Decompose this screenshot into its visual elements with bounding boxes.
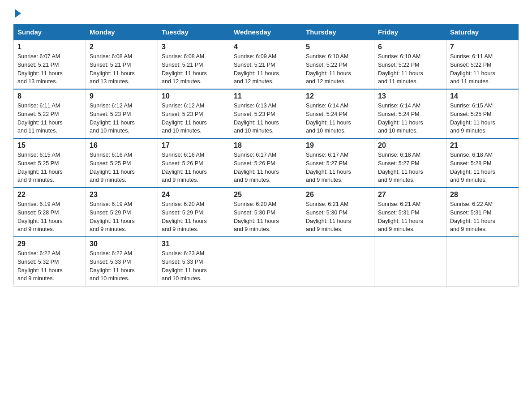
calendar-cell: 21 Sunrise: 6:18 AM Sunset: 5:28 PM Dayl… bbox=[446, 138, 519, 188]
calendar-cell: 11 Sunrise: 6:13 AM Sunset: 5:23 PM Dayl… bbox=[230, 89, 302, 138]
day-info: Sunrise: 6:19 AM Sunset: 5:29 PM Dayligh… bbox=[90, 200, 154, 234]
day-number: 10 bbox=[162, 92, 226, 100]
day-number: 11 bbox=[234, 92, 298, 100]
day-info: Sunrise: 6:21 AM Sunset: 5:30 PM Dayligh… bbox=[306, 200, 370, 234]
day-info: Sunrise: 6:21 AM Sunset: 5:31 PM Dayligh… bbox=[378, 200, 442, 234]
day-number: 3 bbox=[162, 43, 226, 51]
day-info: Sunrise: 6:10 AM Sunset: 5:22 PM Dayligh… bbox=[378, 52, 442, 86]
day-info: Sunrise: 6:09 AM Sunset: 5:21 PM Dayligh… bbox=[234, 52, 298, 86]
day-number: 18 bbox=[234, 141, 298, 150]
calendar-cell: 5 Sunrise: 6:10 AM Sunset: 5:22 PM Dayli… bbox=[302, 40, 374, 89]
day-number: 19 bbox=[306, 141, 370, 150]
calendar-cell: 10 Sunrise: 6:12 AM Sunset: 5:23 PM Dayl… bbox=[158, 89, 230, 138]
header-monday: Monday bbox=[86, 25, 158, 40]
calendar-cell bbox=[230, 237, 302, 286]
day-info: Sunrise: 6:12 AM Sunset: 5:23 PM Dayligh… bbox=[90, 102, 154, 135]
day-info: Sunrise: 6:08 AM Sunset: 5:21 PM Dayligh… bbox=[162, 52, 226, 86]
calendar-cell: 29 Sunrise: 6:22 AM Sunset: 5:32 PM Dayl… bbox=[14, 237, 86, 286]
day-info: Sunrise: 6:18 AM Sunset: 5:28 PM Dayligh… bbox=[450, 151, 515, 184]
day-info: Sunrise: 6:20 AM Sunset: 5:29 PM Dayligh… bbox=[162, 200, 226, 234]
day-info: Sunrise: 6:13 AM Sunset: 5:23 PM Dayligh… bbox=[234, 102, 298, 135]
calendar-cell: 19 Sunrise: 6:17 AM Sunset: 5:27 PM Dayl… bbox=[302, 138, 374, 188]
day-number: 31 bbox=[162, 240, 226, 248]
logo bbox=[13, 9, 22, 16]
day-number: 6 bbox=[378, 43, 442, 51]
day-info: Sunrise: 6:14 AM Sunset: 5:24 PM Dayligh… bbox=[378, 102, 442, 135]
day-info: Sunrise: 6:10 AM Sunset: 5:22 PM Dayligh… bbox=[306, 52, 370, 86]
day-info: Sunrise: 6:15 AM Sunset: 5:25 PM Dayligh… bbox=[17, 151, 82, 184]
calendar-cell: 20 Sunrise: 6:18 AM Sunset: 5:27 PM Dayl… bbox=[374, 138, 446, 188]
calendar-table: SundayMondayTuesdayWednesdayThursdayFrid… bbox=[13, 24, 519, 287]
header-tuesday: Tuesday bbox=[158, 25, 230, 40]
day-number: 16 bbox=[90, 141, 154, 150]
day-number: 5 bbox=[306, 43, 370, 51]
day-info: Sunrise: 6:19 AM Sunset: 5:28 PM Dayligh… bbox=[17, 200, 82, 234]
calendar-cell bbox=[374, 237, 446, 286]
day-info: Sunrise: 6:14 AM Sunset: 5:24 PM Dayligh… bbox=[306, 102, 370, 135]
header-saturday: Saturday bbox=[446, 25, 519, 40]
calendar-cell: 8 Sunrise: 6:11 AM Sunset: 5:22 PM Dayli… bbox=[14, 89, 86, 138]
calendar-cell: 17 Sunrise: 6:16 AM Sunset: 5:26 PM Dayl… bbox=[158, 138, 230, 188]
day-number: 27 bbox=[378, 191, 442, 199]
day-number: 4 bbox=[234, 43, 298, 51]
day-info: Sunrise: 6:07 AM Sunset: 5:21 PM Dayligh… bbox=[17, 52, 82, 86]
week-row-5: 29 Sunrise: 6:22 AM Sunset: 5:32 PM Dayl… bbox=[14, 237, 519, 286]
day-info: Sunrise: 6:16 AM Sunset: 5:25 PM Dayligh… bbox=[90, 151, 154, 184]
header-thursday: Thursday bbox=[302, 25, 374, 40]
calendar-cell: 7 Sunrise: 6:11 AM Sunset: 5:22 PM Dayli… bbox=[446, 40, 519, 89]
day-number: 23 bbox=[90, 191, 154, 199]
day-number: 8 bbox=[17, 92, 82, 100]
day-number: 2 bbox=[90, 43, 154, 51]
calendar-cell: 15 Sunrise: 6:15 AM Sunset: 5:25 PM Dayl… bbox=[14, 138, 86, 188]
day-number: 14 bbox=[450, 92, 515, 100]
day-info: Sunrise: 6:17 AM Sunset: 5:27 PM Dayligh… bbox=[306, 151, 370, 184]
day-number: 25 bbox=[234, 191, 298, 199]
calendar-cell: 12 Sunrise: 6:14 AM Sunset: 5:24 PM Dayl… bbox=[302, 89, 374, 138]
day-info: Sunrise: 6:11 AM Sunset: 5:22 PM Dayligh… bbox=[450, 52, 515, 86]
calendar-cell: 9 Sunrise: 6:12 AM Sunset: 5:23 PM Dayli… bbox=[86, 89, 158, 138]
day-number: 22 bbox=[17, 191, 82, 199]
calendar-cell bbox=[302, 237, 374, 286]
calendar-cell: 13 Sunrise: 6:14 AM Sunset: 5:24 PM Dayl… bbox=[374, 89, 446, 138]
day-number: 30 bbox=[90, 240, 154, 248]
week-row-2: 8 Sunrise: 6:11 AM Sunset: 5:22 PM Dayli… bbox=[14, 89, 519, 138]
header-sunday: Sunday bbox=[14, 25, 86, 40]
day-number: 13 bbox=[378, 92, 442, 100]
calendar-cell: 22 Sunrise: 6:19 AM Sunset: 5:28 PM Dayl… bbox=[14, 188, 86, 237]
day-info: Sunrise: 6:11 AM Sunset: 5:22 PM Dayligh… bbox=[17, 102, 82, 135]
calendar-cell: 26 Sunrise: 6:21 AM Sunset: 5:30 PM Dayl… bbox=[302, 188, 374, 237]
calendar-cell: 28 Sunrise: 6:22 AM Sunset: 5:31 PM Dayl… bbox=[446, 188, 519, 237]
day-info: Sunrise: 6:22 AM Sunset: 5:33 PM Dayligh… bbox=[90, 249, 154, 283]
week-row-3: 15 Sunrise: 6:15 AM Sunset: 5:25 PM Dayl… bbox=[14, 138, 519, 188]
day-info: Sunrise: 6:12 AM Sunset: 5:23 PM Dayligh… bbox=[162, 102, 226, 135]
day-number: 21 bbox=[450, 141, 515, 150]
calendar-cell: 24 Sunrise: 6:20 AM Sunset: 5:29 PM Dayl… bbox=[158, 188, 230, 237]
calendar-header-row: SundayMondayTuesdayWednesdayThursdayFrid… bbox=[14, 25, 519, 40]
logo-arrow-icon bbox=[15, 9, 21, 18]
day-info: Sunrise: 6:16 AM Sunset: 5:26 PM Dayligh… bbox=[162, 151, 226, 184]
day-number: 28 bbox=[450, 191, 515, 199]
day-number: 7 bbox=[450, 43, 515, 51]
day-number: 17 bbox=[162, 141, 226, 150]
day-info: Sunrise: 6:17 AM Sunset: 5:26 PM Dayligh… bbox=[234, 151, 298, 184]
day-number: 26 bbox=[306, 191, 370, 199]
calendar-cell: 3 Sunrise: 6:08 AM Sunset: 5:21 PM Dayli… bbox=[158, 40, 230, 89]
calendar-cell: 31 Sunrise: 6:23 AM Sunset: 5:33 PM Dayl… bbox=[158, 237, 230, 286]
day-info: Sunrise: 6:20 AM Sunset: 5:30 PM Dayligh… bbox=[234, 200, 298, 234]
page-header bbox=[13, 9, 519, 16]
calendar-cell: 18 Sunrise: 6:17 AM Sunset: 5:26 PM Dayl… bbox=[230, 138, 302, 188]
calendar-cell: 16 Sunrise: 6:16 AM Sunset: 5:25 PM Dayl… bbox=[86, 138, 158, 188]
day-number: 29 bbox=[17, 240, 82, 248]
calendar-cell: 2 Sunrise: 6:08 AM Sunset: 5:21 PM Dayli… bbox=[86, 40, 158, 89]
day-number: 9 bbox=[90, 92, 154, 100]
calendar-cell: 14 Sunrise: 6:15 AM Sunset: 5:25 PM Dayl… bbox=[446, 89, 519, 138]
calendar-cell: 6 Sunrise: 6:10 AM Sunset: 5:22 PM Dayli… bbox=[374, 40, 446, 89]
calendar-cell bbox=[446, 237, 519, 286]
day-number: 24 bbox=[162, 191, 226, 199]
day-number: 1 bbox=[17, 43, 82, 51]
day-info: Sunrise: 6:22 AM Sunset: 5:31 PM Dayligh… bbox=[450, 200, 515, 234]
calendar-cell: 30 Sunrise: 6:22 AM Sunset: 5:33 PM Dayl… bbox=[86, 237, 158, 286]
week-row-1: 1 Sunrise: 6:07 AM Sunset: 5:21 PM Dayli… bbox=[14, 40, 519, 89]
calendar-cell: 25 Sunrise: 6:20 AM Sunset: 5:30 PM Dayl… bbox=[230, 188, 302, 237]
day-info: Sunrise: 6:22 AM Sunset: 5:32 PM Dayligh… bbox=[17, 249, 82, 283]
